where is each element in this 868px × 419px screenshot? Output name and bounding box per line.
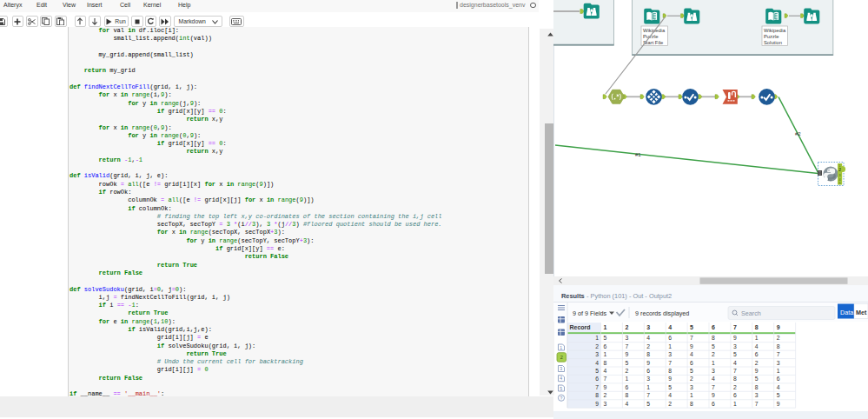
svg-text:1: 1 (839, 164, 841, 168)
svg-text:5: 5 (755, 376, 759, 382)
svg-text:3: 3 (755, 392, 759, 398)
svg-text:9: 9 (625, 351, 628, 357)
svg-text:4: 4 (690, 351, 693, 357)
svg-text:9: 9 (604, 384, 607, 390)
svg-text:9 of 9 Fields: 9 of 9 Fields (573, 309, 607, 317)
svg-text:3: 3 (646, 324, 650, 330)
svg-text:Met: Met (856, 309, 867, 316)
svg-text:6: 6 (604, 343, 607, 349)
svg-text:4: 4 (712, 376, 715, 382)
svg-text:2: 2 (755, 360, 759, 366)
svg-text:2: 2 (625, 368, 628, 374)
svg-text:3: 3 (560, 366, 562, 371)
svg-text:6: 6 (755, 351, 759, 357)
svg-text:8: 8 (777, 343, 780, 349)
svg-text:9: 9 (595, 401, 599, 407)
svg-text:6: 6 (646, 368, 650, 374)
svg-text:1: 1 (646, 384, 650, 390)
svg-text:Start File: Start File (643, 40, 663, 45)
svg-text:4: 4 (755, 343, 759, 349)
svg-text:5: 5 (777, 392, 780, 398)
svg-text:3: 3 (646, 376, 650, 382)
svg-text:5: 5 (646, 401, 650, 407)
svg-text:6: 6 (625, 384, 628, 390)
svg-text:5: 5 (733, 351, 737, 357)
svg-text:4: 4 (646, 335, 650, 341)
svg-text:3: 3 (625, 335, 628, 341)
svg-text:6: 6 (595, 376, 599, 382)
svg-text:8: 8 (733, 376, 737, 382)
svg-text:5: 5 (560, 386, 562, 391)
svg-text:2: 2 (690, 376, 693, 382)
svg-text:6: 6 (733, 392, 737, 398)
svg-text:1: 1 (733, 401, 737, 407)
svg-text:4: 4 (668, 392, 672, 398)
svg-text:Wikipedia: Wikipedia (764, 28, 786, 33)
svg-text:7: 7 (668, 360, 672, 366)
svg-text:1: 1 (625, 376, 628, 382)
svg-text:9: 9 (733, 335, 737, 341)
svg-text:3: 3 (690, 384, 693, 390)
svg-text:8: 8 (755, 384, 759, 390)
svg-text:7: 7 (755, 401, 759, 407)
svg-text:8: 8 (690, 401, 693, 407)
svg-text:7: 7 (604, 376, 607, 382)
svg-text:9 records displayed: 9 records displayed (635, 309, 689, 317)
svg-text:1: 1 (777, 368, 780, 374)
svg-text:Record: Record (570, 324, 591, 330)
svg-text:2: 2 (604, 392, 607, 398)
svg-text:8: 8 (668, 368, 672, 374)
svg-text:4: 4 (733, 360, 737, 366)
svg-text:Search: Search (741, 309, 761, 317)
svg-text:6: 6 (668, 335, 672, 341)
svg-text:9: 9 (668, 376, 672, 382)
svg-text:7: 7 (690, 335, 693, 341)
svg-text:6: 6 (712, 324, 715, 330)
svg-text:9: 9 (690, 343, 693, 349)
svg-text:4: 4 (604, 368, 607, 374)
svg-text:7: 7 (733, 324, 737, 330)
svg-text:7: 7 (646, 392, 650, 398)
svg-text:6: 6 (690, 360, 693, 366)
svg-text:7: 7 (712, 384, 715, 390)
svg-text:5: 5 (625, 360, 628, 366)
svg-text:2: 2 (733, 384, 737, 390)
svg-text:4: 4 (595, 360, 599, 366)
svg-text:3: 3 (839, 174, 841, 177)
svg-text:7: 7 (733, 368, 737, 374)
svg-text:4: 4 (777, 384, 780, 390)
svg-text:1: 1 (712, 360, 715, 366)
svg-text:8: 8 (625, 392, 628, 398)
svg-text:7: 7 (777, 351, 780, 357)
svg-text:3: 3 (777, 360, 780, 366)
svg-text:?: ? (560, 396, 563, 401)
svg-text:5: 5 (690, 368, 693, 374)
svg-text:2: 2 (646, 343, 650, 349)
svg-text:3: 3 (712, 368, 715, 374)
svg-text:3: 3 (668, 351, 672, 357)
svg-text:9: 9 (712, 392, 715, 398)
svg-text:1: 1 (595, 335, 599, 341)
svg-text:2: 2 (560, 355, 563, 360)
svg-text:1: 1 (690, 392, 693, 398)
svg-text:5: 5 (712, 343, 715, 349)
svg-text:- Python (101) - Out - Output2: - Python (101) - Out - Output2 (586, 292, 672, 300)
svg-text:6: 6 (777, 376, 780, 382)
svg-text:5: 5 (595, 368, 599, 374)
svg-text:5: 5 (839, 182, 841, 185)
svg-text:7: 7 (625, 343, 628, 349)
svg-text:9: 9 (646, 360, 650, 366)
svg-text:8: 8 (755, 324, 759, 330)
svg-text:4: 4 (560, 376, 562, 381)
svg-text:9: 9 (755, 368, 759, 374)
svg-text:6: 6 (712, 401, 715, 407)
svg-text:3: 3 (733, 343, 737, 349)
svg-text:5: 5 (668, 384, 672, 390)
svg-text:2: 2 (595, 343, 599, 349)
svg-text:5: 5 (604, 335, 607, 341)
svg-text:Results: Results (561, 292, 585, 300)
svg-text:8: 8 (646, 351, 650, 357)
svg-text:2: 2 (668, 401, 672, 407)
svg-text:Data: Data (840, 309, 853, 316)
svg-text:3: 3 (595, 351, 599, 357)
